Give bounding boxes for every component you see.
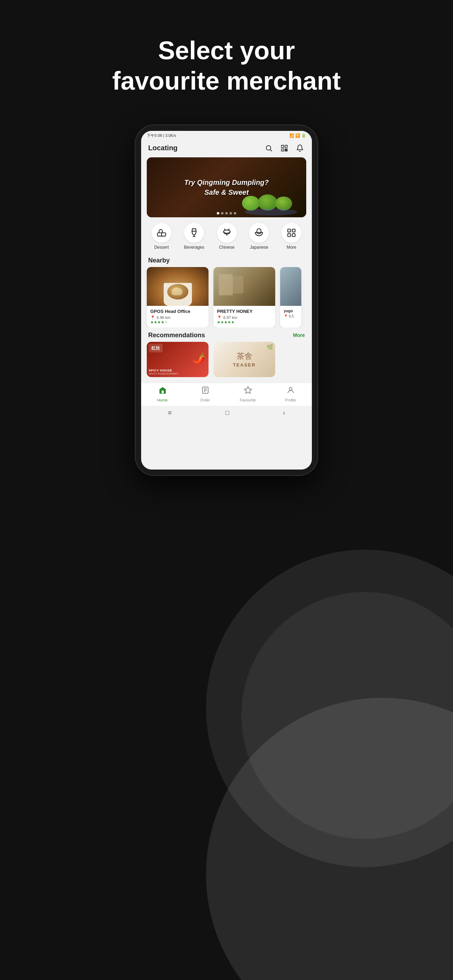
recommendations-section-header: Recommendations More — [141, 328, 312, 342]
gpos-distance: 6.96 km — [157, 315, 170, 320]
nearby-card-pretty-honey-body: PRETTY HONEY 📍 6.97 km ★★★★★ — [213, 306, 275, 328]
phone-screen: 下午5:08 | 3.0K/s 📶 🛜 🔋 Locating — [141, 131, 312, 469]
bell-icon[interactable] — [295, 143, 305, 153]
category-chinese[interactable]: Chinese — [217, 223, 237, 250]
location-label: Locating — [148, 144, 178, 152]
app-header: Locating — [141, 140, 312, 158]
phone-frame: 下午5:08 | 3.0K/s 📶 🛜 🔋 Locating — [135, 124, 318, 476]
gpos-meta: 📍 6.96 km — [150, 315, 205, 320]
svg-point-13 — [223, 230, 230, 233]
svg-marker-22 — [245, 387, 251, 393]
home-icon — [158, 386, 167, 396]
svg-rect-6 — [286, 149, 288, 150]
nearby-card-yugo[interactable]: yugo 📍 6.5 — [280, 267, 301, 328]
svg-rect-15 — [292, 229, 295, 232]
category-beverages[interactable]: Beverages — [184, 223, 204, 250]
nearby-card-gpos-body: GPOS Head Office 📍 6.96 km ★★★★★ — [147, 306, 208, 328]
yugo-name: yugo — [284, 309, 298, 313]
svg-rect-4 — [281, 149, 284, 151]
banner-text: Try Qingming Dumpling? Safe & Sweet — [184, 177, 269, 197]
banner-dot-2 — [221, 212, 224, 215]
nearby-section-header: Nearby — [141, 253, 312, 267]
nearby-card-pretty-honey[interactable]: PRETTY HONEY 📍 6.97 km ★★★★★ — [213, 267, 275, 328]
qr-code-icon[interactable] — [280, 143, 289, 153]
recommendations-scroll[interactable]: 红坊 SPICY HOUSE SPICY FOOD EXPERT 🌶️ 茶舍 — [141, 342, 312, 383]
rec-card-teaser[interactable]: 茶舍 TEASER 🌿 — [213, 342, 275, 377]
android-nav-bar: ≡ □ ‹ — [141, 406, 312, 420]
headline: Select your favourite merchant — [112, 35, 341, 96]
svg-rect-3 — [285, 145, 287, 148]
rec-card-spicy-house[interactable]: 红坊 SPICY HOUSE SPICY FOOD EXPERT 🌶️ — [147, 342, 208, 377]
svg-rect-7 — [285, 150, 286, 151]
profile-label: Profile — [285, 398, 296, 402]
nav-favourite[interactable]: Favourite — [227, 386, 269, 402]
nav-order[interactable]: Order — [184, 386, 227, 402]
favourite-label: Favourite — [240, 398, 256, 402]
header-icons — [264, 143, 305, 153]
svg-rect-14 — [288, 229, 291, 232]
order-icon — [201, 386, 210, 396]
banner-dot-3 — [226, 212, 228, 215]
nav-profile[interactable]: Profile — [269, 386, 312, 402]
banner-dot-5 — [234, 212, 236, 215]
nearby-title: Nearby — [148, 257, 170, 264]
chinese-label: Chinese — [219, 245, 235, 250]
chinese-icon — [217, 223, 237, 243]
nav-home[interactable]: Home — [141, 386, 184, 402]
svg-point-23 — [289, 387, 292, 390]
pretty-honey-distance: 6.97 km — [223, 315, 237, 320]
favourite-icon — [244, 386, 252, 396]
gpos-name: GPOS Head Office — [150, 309, 205, 314]
banner-dots — [217, 212, 236, 215]
status-icons: 📶 🛜 🔋 — [289, 134, 306, 138]
category-dessert[interactable]: Dessert — [152, 223, 172, 250]
banner-dot-1 — [217, 212, 219, 215]
home-label: Home — [157, 398, 168, 402]
pin-icon: 📍 — [150, 315, 155, 320]
category-japanese[interactable]: Japanese — [249, 223, 269, 250]
status-bar: 下午5:08 | 3.0K/s 📶 🛜 🔋 — [141, 131, 312, 140]
android-home-btn[interactable]: □ — [226, 409, 229, 417]
dessert-icon — [152, 223, 172, 243]
android-back-btn[interactable]: ‹ — [283, 409, 285, 417]
banner-carousel[interactable]: Try Qingming Dumpling? Safe & Sweet — [147, 158, 306, 217]
banner-overlay: Try Qingming Dumpling? Safe & Sweet — [147, 158, 306, 217]
category-more[interactable]: More — [281, 223, 301, 250]
pretty-honey-name: PRETTY HONEY — [217, 309, 272, 314]
profile-icon — [286, 386, 295, 396]
nearby-card-yugo-body: yugo 📍 6.5 — [280, 306, 301, 321]
android-menu-btn[interactable]: ≡ — [168, 409, 172, 417]
svg-rect-17 — [292, 234, 295, 236]
more-label: More — [286, 245, 296, 250]
order-label: Order — [200, 398, 210, 402]
dessert-label: Dessert — [154, 245, 168, 250]
beverages-label: Beverages — [184, 245, 204, 250]
banner-dot-4 — [230, 212, 232, 215]
search-icon[interactable] — [264, 143, 274, 153]
status-right: 📶 🛜 🔋 — [289, 134, 306, 138]
japanese-icon — [249, 223, 269, 243]
status-left: 下午5:08 | 3.0K/s — [147, 133, 176, 138]
svg-rect-2 — [281, 145, 284, 148]
pretty-honey-stars: ★★★★★ — [217, 320, 272, 325]
bottom-nav: Home Order — [141, 383, 312, 406]
pin-icon-2: 📍 — [217, 315, 222, 320]
nearby-scroll[interactable]: GPOS Head Office 📍 6.96 km ★★★★★ — [141, 267, 312, 328]
svg-rect-16 — [288, 234, 291, 236]
svg-rect-8 — [286, 150, 288, 151]
recommendations-title: Recommendations — [148, 332, 205, 339]
categories-row: Dessert Beverages — [141, 217, 312, 253]
japanese-label: Japanese — [250, 245, 268, 250]
svg-line-1 — [270, 150, 272, 151]
nearby-card-gpos[interactable]: GPOS Head Office 📍 6.96 km ★★★★★ — [147, 267, 208, 328]
more-icon — [281, 223, 301, 243]
svg-rect-5 — [285, 149, 286, 150]
recommendations-more[interactable]: More — [293, 332, 305, 338]
phone-device: 下午5:08 | 3.0K/s 📶 🛜 🔋 Locating — [135, 124, 318, 476]
beverages-icon — [184, 223, 204, 243]
gpos-stars: ★★★★★ — [150, 320, 205, 325]
pretty-honey-meta: 📍 6.97 km — [217, 315, 272, 320]
status-time: 下午5:08 | 3.0K/s — [147, 133, 176, 138]
